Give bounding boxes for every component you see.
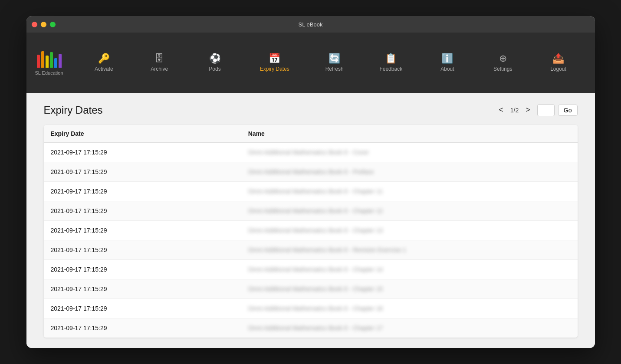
cell-name: Omni Additional Mathematics Book 8 - Cha… [248,207,571,214]
pods-icon: ⚽ [209,54,221,63]
table-row[interactable]: 2021-09-17 17:15:29 Omni Additional Math… [44,162,578,182]
logo-bar-5 [54,58,57,68]
cell-name: Omni Additional Mathematics Book 8 - Pre… [248,168,571,175]
expiry-dates-table: Expiry Date Name 2021-09-17 17:15:29 Omn… [44,125,578,338]
cell-date: 2021-09-17 17:15:29 [51,325,248,331]
cell-date: 2021-09-17 17:15:29 [51,168,248,175]
nav-archive[interactable]: 🗄 Archive [142,49,177,76]
cell-date: 2021-09-17 17:15:29 [51,305,248,312]
about-label: About [440,66,454,72]
cell-date: 2021-09-17 17:15:29 [51,266,248,273]
nav-refresh[interactable]: 🔄 Refresh [317,49,352,76]
table-row[interactable]: 2021-09-17 17:15:29 Omni Additional Math… [44,182,578,201]
logout-icon: 📤 [552,54,564,63]
next-page-button[interactable]: > [522,104,534,116]
cell-date: 2021-09-17 17:15:29 [51,188,248,195]
pagination: < 1/2 > Go [495,104,577,116]
cell-name: Omni Additional Mathematics Book 8 - Rev… [248,246,571,253]
cell-date: 2021-09-17 17:15:29 [51,285,248,292]
cell-name: Omni Additional Mathematics Book 8 - Cha… [248,188,571,195]
content-area: Expiry Dates < 1/2 > Go Expiry Date Name… [26,93,595,348]
nav-activate[interactable]: 🔑 Activate [86,49,121,76]
window-title: SL eBook [299,21,323,28]
archive-label: Archive [151,66,168,72]
traffic-lights [32,22,56,27]
cell-date: 2021-09-17 17:15:29 [51,149,248,156]
activate-label: Activate [95,66,113,72]
app-window: SL eBook SL Education 🔑 Activate 🗄 Archi… [26,16,595,348]
table-row[interactable]: 2021-09-17 17:15:29 Omni Additional Math… [44,201,578,221]
activate-icon: 🔑 [98,54,110,63]
nav-items: 🔑 Activate 🗄 Archive ⚽ Pods 📅 Expiry Dat… [76,49,586,76]
logo-area: SL Education [35,50,63,75]
logo-bar-3 [46,56,49,68]
minimize-button[interactable] [41,22,46,27]
cell-date: 2021-09-17 17:15:29 [51,207,248,214]
page-title: Expiry Dates [44,104,103,116]
page-number-input[interactable] [537,104,555,116]
table-row[interactable]: 2021-09-17 17:15:29 Omni Additional Math… [44,221,578,240]
cell-name: Omni Additional Mathematics Book 8 - Cha… [248,285,571,292]
close-button[interactable] [32,22,37,27]
table-row[interactable]: 2021-09-17 17:15:29 Omni Additional Math… [44,260,578,279]
prev-page-button[interactable]: < [495,104,507,116]
maximize-button[interactable] [50,22,56,27]
pagination-info: 1/2 [510,107,519,114]
settings-label: Settings [493,66,512,72]
logo-label: SL Education [35,70,63,75]
table-header: Expiry Date Name [44,125,578,143]
expiry-dates-label: Expiry Dates [260,66,289,72]
nav-about[interactable]: ℹ️ About [430,49,465,76]
cell-name: Omni Additional Mathematics Book 8 - Cov… [248,149,571,156]
nav-feedback[interactable]: 📋 Feedback [372,49,409,76]
feedback-icon: 📋 [385,54,397,63]
logo-bar-4 [50,52,53,68]
table-row[interactable]: 2021-09-17 17:15:29 Omni Additional Math… [44,318,578,338]
pods-label: Pods [209,66,220,72]
nav-logout[interactable]: 📤 Logout [541,49,576,76]
table-row[interactable]: 2021-09-17 17:15:29 Omni Additional Math… [44,299,578,318]
settings-icon: ⊕ [499,54,507,63]
cell-name: Omni Additional Mathematics Book 8 - Cha… [248,305,571,312]
nav-pods[interactable]: ⚽ Pods [197,49,232,76]
table-row[interactable]: 2021-09-17 17:15:29 Omni Additional Math… [44,143,578,162]
col-header-name: Name [248,130,571,137]
go-button[interactable]: Go [558,105,578,116]
logo-bar-1 [37,55,40,68]
logo-bars [37,50,62,68]
table-row[interactable]: 2021-09-17 17:15:29 Omni Additional Math… [44,240,578,260]
cell-name: Omni Additional Mathematics Book 8 - Cha… [248,266,571,273]
about-icon: ℹ️ [441,54,453,63]
cell-date: 2021-09-17 17:15:29 [51,227,248,234]
logout-label: Logout [550,66,566,72]
cell-name: Omni Additional Mathematics Book 8 - Cha… [248,325,571,331]
table-body: 2021-09-17 17:15:29 Omni Additional Math… [44,143,578,338]
expiry-dates-icon: 📅 [269,54,280,63]
col-header-date: Expiry Date [51,130,248,137]
navbar: SL Education 🔑 Activate 🗄 Archive ⚽ Pods… [26,33,595,93]
table-row[interactable]: 2021-09-17 17:15:29 Omni Additional Math… [44,279,578,299]
nav-settings[interactable]: ⊕ Settings [486,49,520,76]
logo-bar-2 [41,51,44,68]
titlebar: SL eBook [26,16,595,33]
page-header: Expiry Dates < 1/2 > Go [44,104,578,116]
nav-expiry-dates[interactable]: 📅 Expiry Dates [253,49,296,76]
refresh-label: Refresh [325,66,344,72]
logo-bar-6 [59,54,62,68]
cell-date: 2021-09-17 17:15:29 [51,246,248,253]
cell-name: Omni Additional Mathematics Book 8 - Cha… [248,227,571,234]
archive-icon: 🗄 [154,54,164,63]
feedback-label: Feedback [379,66,402,72]
refresh-icon: 🔄 [329,54,340,63]
